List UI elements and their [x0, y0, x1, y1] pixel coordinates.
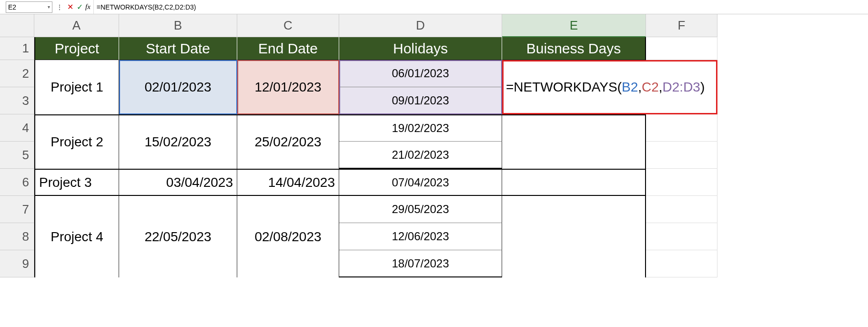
name-box-value: E2 [8, 3, 48, 11]
row-header-4[interactable]: 4 [0, 114, 34, 142]
row-header-7[interactable]: 7 [0, 196, 34, 223]
formula-display: =NETWORKDAYS(B2,C2,D2:D3) [506, 80, 705, 95]
cell-B2[interactable]: 02/01/2023 [119, 60, 237, 114]
row-header-1[interactable]: 1 [0, 37, 34, 60]
th-start[interactable]: Start Date [119, 37, 237, 60]
cell-D7[interactable]: 29/05/2023 [339, 196, 502, 223]
name-box[interactable]: E2 ▾ [6, 1, 52, 13]
cell-C6[interactable]: 14/04/2023 [237, 169, 339, 196]
cell-C2[interactable]: 12/01/2023 [237, 60, 339, 114]
cell-E4[interactable] [502, 114, 646, 169]
cell-F4[interactable] [646, 114, 717, 142]
cell-D9[interactable]: 18/07/2023 [339, 250, 502, 277]
cell-F8[interactable] [646, 223, 717, 250]
cell-F7[interactable] [646, 196, 717, 223]
col-header-B[interactable]: B [119, 14, 237, 37]
cell-A6[interactable]: Project 3 [34, 169, 119, 196]
th-holidays[interactable]: Holidays [339, 37, 502, 60]
cell-B6[interactable]: 03/04/2023 [119, 169, 237, 196]
col-header-E[interactable]: E [502, 14, 646, 37]
enter-button[interactable]: ✓ [75, 2, 84, 11]
row-header-5[interactable]: 5 [0, 142, 34, 169]
cell-D4[interactable]: 19/02/2023 [339, 114, 502, 142]
row-header-2[interactable]: 2 [0, 60, 34, 87]
formula-bar-grip-icon: ⋮ [56, 3, 63, 11]
fx-icon[interactable]: fx [85, 3, 91, 11]
col-header-F[interactable]: F [646, 14, 717, 37]
cell-F9[interactable] [646, 250, 717, 277]
col-header-D[interactable]: D [339, 14, 502, 37]
row-header-3[interactable]: 3 [0, 87, 34, 114]
row-header-8[interactable]: 8 [0, 223, 34, 250]
cell-F5[interactable] [646, 142, 717, 169]
cell-B4[interactable]: 15/02/2023 [119, 114, 237, 169]
cell-A4[interactable]: Project 2 [34, 114, 119, 169]
cell-F6[interactable] [646, 169, 717, 196]
th-bdays[interactable]: Buisness Days [502, 37, 646, 60]
formula-input-text: =NETWORKDAYS(B2,C2,D2:D3) [97, 3, 196, 11]
cell-D6[interactable]: 07/04/2023 [339, 169, 502, 196]
cell-B7[interactable]: 22/05/2023 [119, 196, 237, 277]
cell-A2[interactable]: Project 1 [34, 60, 119, 114]
spreadsheet-grid[interactable]: A B C D E F 1 Project Start Date End Dat… [0, 14, 868, 277]
col-header-A[interactable]: A [34, 14, 119, 37]
cancel-button[interactable]: ✕ [65, 2, 75, 11]
col-header-C[interactable]: C [237, 14, 339, 37]
th-end[interactable]: End Date [237, 37, 339, 60]
cell-A7[interactable]: Project 4 [34, 196, 119, 277]
row-header-9[interactable]: 9 [0, 250, 34, 277]
cell-D8[interactable]: 12/06/2023 [339, 223, 502, 250]
cell-E7[interactable] [502, 196, 646, 277]
row-header-6[interactable]: 6 [0, 169, 34, 196]
cell-E2-formula[interactable]: =NETWORKDAYS(B2,C2,D2:D3) [502, 60, 717, 114]
chevron-down-icon[interactable]: ▾ [48, 4, 50, 10]
cell-D3[interactable]: 09/01/2023 [339, 87, 502, 114]
th-project[interactable]: Project [34, 37, 119, 60]
cell-F1[interactable] [646, 37, 717, 60]
cell-E6[interactable] [502, 169, 646, 196]
cell-D5[interactable]: 21/02/2023 [339, 142, 502, 169]
select-all-corner[interactable] [0, 14, 34, 37]
cell-C7[interactable]: 02/08/2023 [237, 196, 339, 277]
formula-bar: E2 ▾ ⋮ ✕ ✓ fx =NETWORKDAYS(B2,C2,D2:D3) [0, 0, 868, 14]
cell-C4[interactable]: 25/02/2023 [237, 114, 339, 169]
formula-input[interactable]: =NETWORKDAYS(B2,C2,D2:D3) [93, 0, 868, 14]
cell-D2[interactable]: 06/01/2023 [339, 60, 502, 87]
